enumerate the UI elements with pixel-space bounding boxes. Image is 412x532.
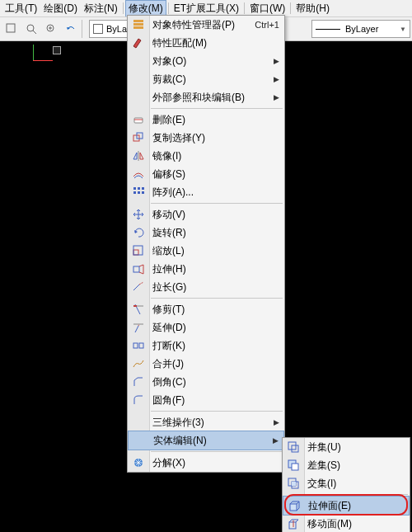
linetype-label: ByLayer [345,24,378,34]
menu-draw[interactable]: 绘图(D) [40,0,81,17]
menu-item-label: 偏移(S) [152,167,185,181]
erase-icon [131,112,146,127]
menu-separator [306,494,408,495]
svg-rect-38 [292,464,298,470]
menu-separator [244,2,245,14]
svg-point-1 [27,25,34,31]
union-icon [286,440,301,454]
menu-explode[interactable]: 分解(X) [128,454,284,472]
svg-rect-13 [133,187,136,190]
break-icon [131,338,146,353]
menu-object[interactable]: 对象(O)▶ [128,52,284,70]
svg-line-25 [139,282,143,285]
offset-icon [131,167,146,181]
menu-offset[interactable]: 偏移(S) [128,165,284,183]
menu-chamfer[interactable]: 倒角(C) [128,373,284,391]
zoom-button[interactable] [42,20,60,38]
svg-rect-7 [133,23,143,26]
menu-item-label: 圆角(F) [152,393,185,407]
menu-item-label: 镜像(I) [152,149,181,163]
menu-annotate[interactable]: 标注(N) [81,0,121,17]
menu-separator [151,411,283,412]
trim-icon [131,302,146,317]
menu-item-label: 修剪(T) [152,303,185,317]
toolbar-sep [82,20,83,38]
stretch-icon [131,261,146,276]
submenu-union[interactable]: 并集(U) [283,438,410,456]
menu-help[interactable]: 帮助(H) [293,0,333,17]
menu-solidedit[interactable]: 实体编辑(N)▶ [128,431,284,450]
svg-rect-15 [142,187,144,190]
menu-item-label: 剪裁(C) [152,73,186,87]
subtract-icon [286,458,301,473]
menu-item-label: 分解(X) [152,456,185,470]
submenu-extrude-face[interactable]: 拉伸面(E) [283,496,410,516]
menu-item-label: 阵列(A)... [152,186,194,200]
menu-xref[interactable]: 外部参照和块编辑(B)▶ [128,88,284,106]
menu-erase[interactable]: 删除(E) [128,111,284,129]
menu-3dop[interactable]: 三维操作(3)▶ [128,413,284,431]
selection-grip-icon[interactable] [53,46,61,54]
svg-rect-9 [134,118,143,123]
svg-rect-8 [133,26,143,29]
modify-menu-dropdown: 对象特性管理器(P) Ctrl+1 特性匹配(M) 对象(O)▶ 剪裁(C)▶ … [127,15,285,473]
svg-line-2 [33,31,36,34]
menu-item-label: 合并(J) [152,357,184,371]
match-icon [131,35,146,50]
menu-item-label: 复制选择(Y) [152,131,205,145]
menu-stretch[interactable]: 拉伸(H) [128,260,284,278]
properties-icon [131,17,146,32]
linetype-control[interactable]: ByLayer ▼ [311,20,410,38]
menu-lengthen[interactable]: 拉长(G) [128,278,284,296]
svg-rect-21 [133,250,138,255]
menu-fillet[interactable]: 圆角(F) [128,391,284,409]
scale-icon [131,243,146,258]
svg-rect-16 [133,191,136,194]
svg-rect-33 [139,343,143,348]
menu-match[interactable]: 特性匹配(M) [128,34,284,52]
svg-rect-36 [292,445,298,452]
menu-separator [151,108,283,109]
undo-button[interactable] [62,20,80,38]
menu-join[interactable]: 合并(J) [128,355,284,373]
menu-extend[interactable]: 延伸(D) [128,318,284,337]
submenu-arrow-icon: ▶ [274,75,279,83]
submenu-move-face[interactable]: 移动面(M) [283,515,410,532]
menu-mirror[interactable]: 镜像(I) [128,147,284,165]
menu-item-label: 删除(E) [152,113,185,127]
menu-separator [290,2,291,14]
toolbar-button[interactable] [2,20,21,38]
submenu-subtract[interactable]: 差集(S) [283,456,410,474]
menu-clip[interactable]: 剪裁(C)▶ [128,70,284,88]
solidedit-submenu: 并集(U) 差集(S) 交集(I) 拉伸面(E) 移动面(M) 偏移面(O) [282,437,410,532]
mirror-icon [131,148,146,163]
menu-item-label: 拉长(G) [152,280,186,294]
menu-item-label: 拉伸(H) [152,262,186,276]
svg-rect-41 [292,482,296,486]
menu-scale[interactable]: 缩放(L) [128,242,284,260]
chamfer-icon [131,374,146,389]
menu-item-label: 对象(O) [152,54,186,68]
linetype-preview-icon [316,29,340,30]
menu-bar: 工具(T) 绘图(D) 标注(N) 修改(M) ET扩展工具(X) 窗口(W) … [0,0,412,16]
menu-item-label: 旋转(R) [152,226,186,240]
svg-rect-18 [142,191,144,194]
menu-move[interactable]: 移动(V) [128,205,284,224]
menu-properties[interactable]: 对象特性管理器(P) Ctrl+1 [128,16,284,34]
menu-trim[interactable]: 修剪(T) [128,300,284,318]
submenu-intersect[interactable]: 交集(I) [283,474,410,492]
menu-item-label: 交集(I) [307,477,336,491]
menu-array[interactable]: 阵列(A)... [128,183,284,201]
menu-item-label: 移动面(M) [307,517,352,531]
menu-break[interactable]: 打断(K) [128,337,284,355]
menu-tools[interactable]: 工具(T) [2,0,40,17]
menu-item-label: 三维操作(3) [152,416,204,430]
menu-copy[interactable]: 复制选择(Y) [128,129,284,147]
menu-item-label: 缩放(L) [152,244,185,258]
move-icon [131,207,146,222]
svg-line-24 [133,285,139,290]
menu-rotate[interactable]: 旋转(R) [128,224,284,242]
array-icon [131,185,146,200]
zoom-window-button[interactable] [22,20,40,38]
svg-rect-43 [289,522,296,529]
